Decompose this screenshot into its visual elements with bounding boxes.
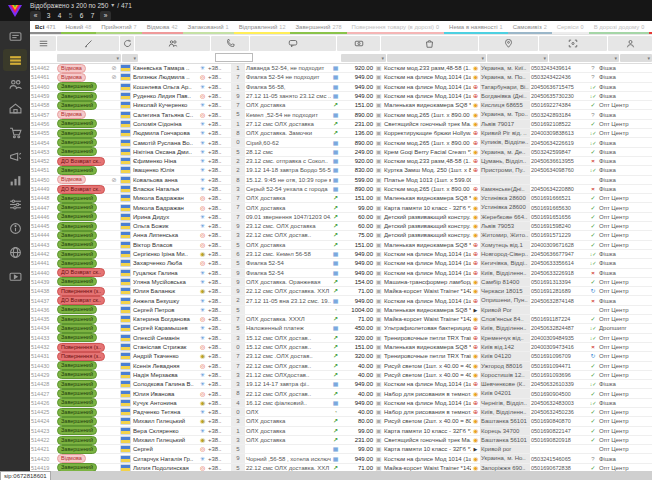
order-row[interactable]: 514449ДО Возврат ск..Власюк Наталья✳+38.… <box>30 185 652 194</box>
product-name[interactable]: Светящийся гоночный трек Ma.. <box>383 436 471 444</box>
client-phone[interactable]: +38.. <box>207 120 231 128</box>
tracking-number[interactable]: 20450636613955 <box>530 157 588 165</box>
client-name[interactable]: Михаил Гилецький <box>132 417 198 425</box>
manager-comment[interactable]: ОЛХ доставка <box>245 101 331 109</box>
manager-comment[interactable]: Фиалка 52-54 <box>245 259 331 267</box>
product-name[interactable]: Ультрафиолетовая бактерицид.. <box>383 324 471 332</box>
manager-comment[interactable]: 15.12. 9:45 не отв, 10:39 горе в.. <box>245 176 331 184</box>
page-button[interactable]: 7 <box>89 11 96 21</box>
order-row[interactable]: 514431Повернення (з..Андрій Ткаченко◉+38… <box>30 352 652 361</box>
tracking-number[interactable]: 0501691651656 <box>530 213 588 221</box>
tab-Відправлений[interactable]: Відправлений12 <box>234 21 291 34</box>
status-badge[interactable]: ДО Возврат ск.. <box>57 157 105 166</box>
status-badge[interactable]: Відмова <box>57 73 86 82</box>
tab-Прийнятий[interactable]: Прийнятий7 <box>96 21 141 34</box>
client-phone[interactable]: +38.. <box>207 241 231 249</box>
product-name[interactable]: Костюм мод.265 (1шт. x 890.00 .. <box>383 139 471 147</box>
manager-comment[interactable]: Наложенный платеж <box>245 324 331 332</box>
manager-comment[interactable]: 27.12 11-05 вна 23.12 смс. 19.. <box>245 297 331 305</box>
order-row[interactable]: 514434ЗавершенийСергей Карамышев✳+38..5Н… <box>30 324 652 333</box>
client-name[interactable]: Олексій Семанін <box>132 334 198 342</box>
status-badge[interactable]: Відмова <box>57 175 86 184</box>
manager-comment[interactable]: 27.12 смс ОЛХ доставка <box>245 120 331 128</box>
client-phone[interactable]: +38.. <box>207 231 231 239</box>
status-badge[interactable]: Завершений <box>57 370 97 379</box>
order-row[interactable]: 514462Відмова⊘Каневська Тамара ..✳+38..1… <box>30 64 652 73</box>
product-name[interactable]: Рисуй светом (1шт. x 40.00 = 40.. <box>383 362 471 370</box>
status-badge[interactable]: Завершений <box>57 408 97 417</box>
status-badge[interactable]: Завершений <box>57 166 97 175</box>
tracking-number[interactable]: 20450633226918 <box>530 269 588 277</box>
product-name[interactable]: Майка-корсет Waist Trainer *142.. <box>383 315 471 323</box>
tracking-number[interactable]: 20450634226619 <box>530 139 588 147</box>
status-badge[interactable]: Завершений <box>57 436 97 445</box>
order-row[interactable]: 514422ЗавершенийМихаил Гилецький◉+38..3О… <box>30 436 652 445</box>
tracking-number[interactable]: 0501691096709 <box>530 352 588 360</box>
client-phone[interactable]: +38.. <box>207 148 231 156</box>
manager-comment[interactable]: Фиалка 56-58, <box>245 83 331 91</box>
payment-filter-select[interactable]: ▾ <box>341 54 386 62</box>
order-row[interactable]: 514456ЗавершенийСоломія Сідоніна✳+38..12… <box>30 120 652 129</box>
client-name[interactable]: Соломія Сідоніна <box>132 120 198 128</box>
sidebar-item-clients[interactable] <box>3 73 27 95</box>
manager-comment[interactable]: 22.12 смс ОЛХ доставка. ХХЛ <box>245 287 331 295</box>
product-name[interactable]: Крем Goqi Berry Facial Cream *3.. <box>383 148 471 156</box>
tab-Самовивіз[interactable]: Самовивіз2 <box>508 21 552 34</box>
order-row[interactable]: 514451ЗавершенийІващенко Юлія✳+38..219.1… <box>30 166 652 175</box>
tracking-number[interactable]: 20450632824487 <box>530 324 588 332</box>
product-name[interactable]: Маленькая видеокамера SQ8 *.. <box>383 343 471 351</box>
order-row[interactable]: 514430ЗавершенийКсенія Левадняя◎+38..722… <box>30 362 652 371</box>
order-row[interactable]: 514423ЗавершенийВера Скляренко✳+38..1ОЛХ… <box>30 427 652 436</box>
client-phone[interactable]: +38.. <box>207 278 231 286</box>
client-phone[interactable]: +38.. <box>207 111 231 119</box>
product-name[interactable]: Рисуй светом (2шт. x 40.00 = 80.. <box>383 417 471 425</box>
sidebar-item-purchases[interactable] <box>3 121 27 143</box>
product-name[interactable]: Платье Мод 1013 (1шт. x 599.00.. <box>383 176 471 184</box>
order-row[interactable]: 514454ЗавершенийСамотій Руслана Во..✳+38… <box>30 138 652 147</box>
product-name[interactable]: Костюм на флисе Мод.1014 (1ш.. <box>383 73 471 81</box>
order-row[interactable]: 514428ЗавершенийСолодкова Галина В..✳+38… <box>30 380 652 389</box>
client-phone[interactable]: +38.. <box>207 334 231 342</box>
client-name[interactable]: Салегина Татьяна С.. <box>132 111 198 119</box>
product-name[interactable]: Тренировочные петли TRX Train.. <box>383 352 471 360</box>
column-group-address[interactable] <box>479 36 538 51</box>
tab-Завершений[interactable]: Завершений278 <box>290 21 346 34</box>
status-badge[interactable]: Повернення (з.. <box>57 343 105 352</box>
status-badge[interactable]: Відмова <box>57 64 86 73</box>
tracking-number[interactable]: 0503242893184 <box>530 111 588 119</box>
phone-filter-input[interactable] <box>215 53 253 62</box>
tracking-number[interactable]: 0501691665630 <box>530 204 588 212</box>
tracking-number[interactable]: 0501691313394 <box>530 278 588 286</box>
status-badge[interactable]: ДО Возврат ск.. <box>57 268 105 277</box>
tracking-number[interactable]: 20450632483003 <box>530 399 588 407</box>
client-name[interactable]: Радченко Тетяна <box>132 408 198 416</box>
tracking-number[interactable]: 0501690840870 <box>530 417 588 425</box>
order-row[interactable]: 514442ЗавершенийСергієнко Іріна Ми..◉+38… <box>30 250 652 259</box>
client-name[interactable]: Самотій Руслана Во.. <box>132 139 198 147</box>
manager-comment[interactable]: Сірий,60-62 <box>245 139 331 147</box>
client-name[interactable]: Власюк Наталья <box>132 185 198 193</box>
client-name[interactable]: Сергей <box>132 445 198 453</box>
status-badge[interactable]: Завершений <box>57 240 97 249</box>
tracking-number[interactable]: 0501692108522 <box>530 120 588 128</box>
product-name[interactable]: Костюм мод.233 разм,48-58 (1.. <box>383 157 471 165</box>
manager-comment[interactable]: 09.01 звернення 1047/1203 04.. <box>245 213 331 221</box>
status-badge[interactable]: Завершений <box>57 101 97 110</box>
manager-comment[interactable]: 23.12 смс. отправка с Сокол.. <box>245 157 331 165</box>
status-badge[interactable]: Завершений <box>57 277 97 286</box>
order-row[interactable]: 514448ЗавершенийМикола Бадражан◎+38..7ОЛ… <box>30 194 652 203</box>
column-group-payment[interactable] <box>337 36 380 51</box>
product-name[interactable]: Костюм на флисе Мод.1014 (1ш.. <box>383 83 471 91</box>
product-name[interactable]: Майка-корсет Waist Trainer *142.. <box>383 287 471 295</box>
status-badge[interactable]: Завершений <box>57 315 97 324</box>
client-name[interactable]: Ирина Дидух <box>132 213 198 221</box>
product-name[interactable]: Куртка Замш Мод. 250 (1шт. x 8.. <box>383 166 471 174</box>
product-name[interactable]: Детский развивающий констру.. <box>383 213 471 221</box>
client-name[interactable]: Ситарчук Наталія Гр.. <box>132 455 198 463</box>
order-row[interactable]: 514429ЗавершенийНадія Мерзаєва✳+38..321.… <box>30 371 652 380</box>
status-badge[interactable]: Завершений <box>57 380 97 389</box>
client-name[interactable]: Андрій Ткаченко <box>132 352 198 360</box>
manager-comment[interactable]: Фиалка 52-54 не подходит <box>245 73 331 81</box>
client-phone[interactable]: +38.. <box>207 287 231 295</box>
first-page-button[interactable]: « <box>30 11 41 21</box>
